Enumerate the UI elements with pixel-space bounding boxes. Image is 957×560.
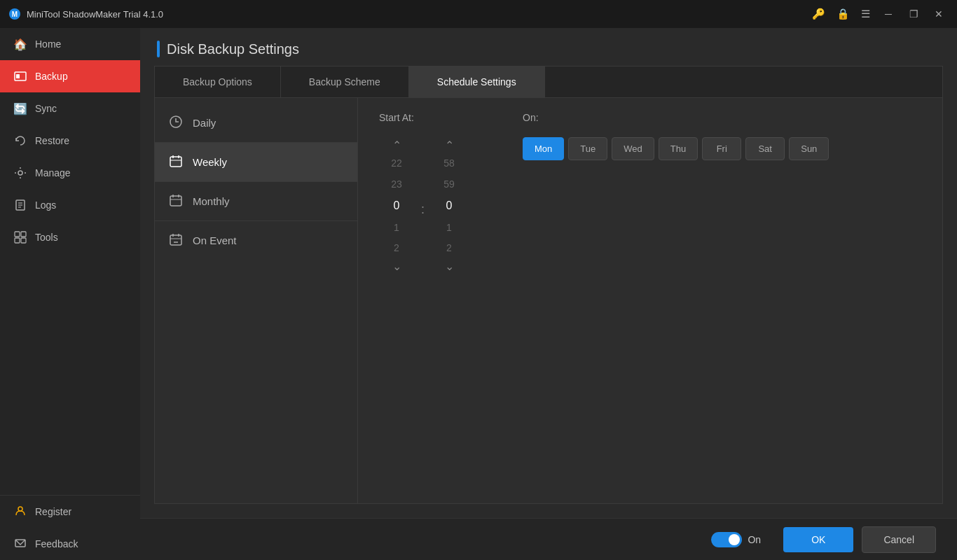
minutes-value-list: 58 59 0 1 2 (443, 154, 455, 258)
sidebar-item-backup[interactable]: Backup (0, 60, 140, 92)
minutes-up-button[interactable]: ⌃ (439, 137, 460, 154)
hours-current[interactable]: 0 (394, 195, 400, 216)
hours-up-button[interactable]: ⌃ (387, 137, 407, 154)
lock-icon[interactable]: 🔒 (836, 8, 850, 20)
header-accent-bar (157, 41, 160, 57)
hours-before2: 22 (391, 154, 402, 174)
toggle-container: On (711, 532, 761, 547)
key-icon[interactable]: 🔑 (812, 8, 825, 20)
tools-icon (14, 231, 27, 244)
schedule-toggle[interactable] (711, 532, 742, 547)
manage-icon (14, 167, 27, 179)
minimize-button[interactable]: ─ (879, 4, 898, 24)
hours-before1: 23 (391, 175, 402, 195)
app-logo: M (8, 8, 21, 20)
sidebar-item-sync-label: Sync (35, 103, 57, 114)
svg-rect-9 (15, 232, 20, 237)
svg-rect-11 (15, 238, 20, 243)
time-picker-section: Start At: ⌃ 22 23 0 (379, 112, 467, 275)
sidebar-item-tools[interactable]: Tools (0, 221, 140, 253)
sidebar-item-logs[interactable]: Logs (0, 189, 140, 221)
svg-text:M: M (12, 10, 18, 18)
schedule-type-weekly[interactable]: Weekly (155, 143, 357, 182)
sidebar-item-restore-label: Restore (35, 135, 69, 146)
svg-point-4 (18, 171, 22, 175)
tab-backup-scheme[interactable]: Backup Scheme (281, 66, 409, 97)
schedule-type-monthly[interactable]: Monthly (155, 182, 357, 221)
sidebar-item-restore[interactable]: Restore (0, 125, 140, 157)
day-mon[interactable]: Mon (523, 137, 564, 160)
sidebar-item-sync[interactable]: 🔄 Sync (0, 92, 140, 125)
close-button[interactable]: ✕ (929, 4, 949, 24)
day-thu[interactable]: Thu (659, 137, 698, 160)
dialog-container: Backup Options Backup Scheme Schedule Se… (140, 66, 957, 518)
schedule-types-panel: Daily Weekly (155, 98, 358, 503)
sidebar-item-manage-label: Manage (35, 167, 71, 178)
sidebar-item-tools-label: Tools (35, 232, 58, 243)
svg-rect-24 (170, 235, 181, 245)
page-header: Disk Backup Settings (140, 28, 957, 66)
schedule-type-daily[interactable]: Daily (155, 104, 357, 143)
start-at-section: Start At: ⌃ 22 23 0 (379, 112, 921, 275)
schedule-type-on-event[interactable]: On Event (155, 221, 357, 260)
bottom-bar: On OK Cancel (140, 518, 957, 560)
minutes-down-button[interactable]: ⌄ (439, 258, 460, 275)
schedule-type-weekly-label: Weekly (193, 156, 227, 168)
content-area: Disk Backup Settings Backup Options Back… (140, 28, 957, 560)
hours-after2: 2 (394, 239, 399, 258)
dialog-body: Daily Weekly (155, 98, 942, 503)
days-row: Mon Tue Wed Thu (523, 137, 829, 160)
sidebar-item-home[interactable]: 🏠 Home (0, 28, 140, 60)
sidebar-item-home-label: Home (35, 38, 61, 50)
monthly-icon (169, 193, 183, 209)
register-icon (14, 505, 27, 518)
ok-button[interactable]: OK (783, 527, 853, 552)
dialog-panel: Backup Options Backup Scheme Schedule Se… (154, 66, 943, 504)
hours-value-list: 22 23 0 1 2 (391, 154, 402, 258)
minutes-current[interactable]: 0 (446, 195, 453, 216)
menu-icon[interactable]: ☰ (861, 8, 870, 20)
schedule-type-on-event-label: On Event (193, 234, 237, 246)
day-wed[interactable]: Wed (612, 137, 654, 160)
sidebar-item-register[interactable]: Register (0, 496, 140, 528)
tab-row: Backup Options Backup Scheme Schedule Se… (155, 66, 942, 98)
sidebar-item-register-label: Register (35, 506, 71, 517)
feedback-icon (14, 538, 27, 550)
svg-rect-16 (170, 157, 181, 167)
day-selector-section: On: Mon Tue Wed (523, 112, 829, 160)
svg-rect-3 (16, 74, 20, 78)
minutes-after1: 1 (446, 218, 452, 238)
time-separator: : (420, 202, 426, 217)
hours-down-button[interactable]: ⌄ (387, 258, 407, 275)
day-sun[interactable]: Sun (789, 137, 829, 160)
svg-point-13 (18, 507, 22, 511)
sync-icon: 🔄 (14, 102, 27, 115)
titlebar: M MiniTool ShadowMaker Trial 4.1.0 🔑 🔒 ☰… (0, 0, 957, 28)
cancel-button[interactable]: Cancel (862, 526, 936, 553)
titlebar-icons: 🔑 🔒 ☰ (812, 8, 870, 20)
hours-column: ⌃ 22 23 0 1 2 ⌄ (379, 137, 414, 275)
sidebar-item-feedback[interactable]: Feedback (0, 528, 140, 560)
day-sat[interactable]: Sat (745, 137, 785, 160)
time-picker: ⌃ 22 23 0 1 2 ⌄ (379, 137, 467, 275)
sidebar-item-manage[interactable]: Manage (0, 157, 140, 189)
restore-button[interactable]: ❐ (904, 4, 923, 24)
tab-backup-options[interactable]: Backup Options (155, 66, 281, 97)
start-at-label: Start At: (379, 112, 467, 123)
window-controls: ─ ❐ ✕ (879, 4, 949, 24)
app-title: MiniTool ShadowMaker Trial 4.1.0 (27, 9, 812, 20)
day-fri[interactable]: Fri (702, 137, 741, 160)
schedule-settings-panel: Start At: ⌃ 22 23 0 (358, 98, 942, 503)
minutes-before1: 59 (443, 175, 455, 195)
logs-icon (14, 199, 27, 211)
on-event-icon (169, 232, 183, 248)
sidebar-item-backup-label: Backup (35, 71, 68, 82)
svg-rect-10 (21, 232, 26, 237)
tab-schedule-settings[interactable]: Schedule Settings (409, 66, 545, 97)
home-icon: 🏠 (14, 38, 27, 50)
schedule-type-monthly-label: Monthly (193, 195, 230, 207)
main-layout: 🏠 Home Backup 🔄 Sync Restore (0, 28, 957, 560)
day-tue[interactable]: Tue (568, 137, 607, 160)
restore-icon (14, 134, 27, 147)
sidebar-item-feedback-label: Feedback (35, 538, 78, 550)
